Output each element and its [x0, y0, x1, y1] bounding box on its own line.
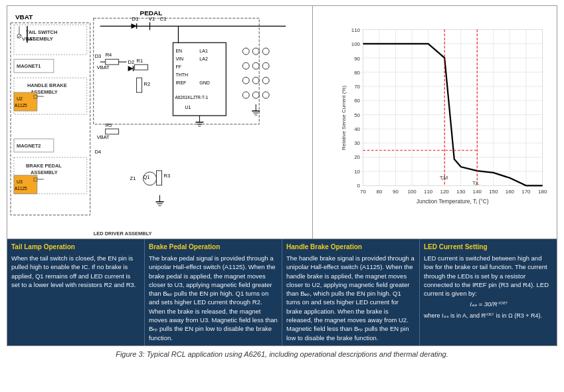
brake-pedal-title: Brake Pedal Operation	[149, 243, 278, 252]
svg-text:30: 30	[354, 140, 360, 146]
top-section: VBAT PEDAL VBAT TAIL SWITCH ASSEMBLY	[7, 5, 557, 239]
svg-rect-102	[363, 30, 542, 186]
svg-text:U2: U2	[17, 96, 23, 101]
svg-text:ASSEMBLY: ASSEMBLY	[31, 169, 58, 175]
svg-text:U3: U3	[17, 179, 23, 184]
tail-lamp-title: Tail Lamp Operation	[11, 243, 140, 252]
svg-text:C1: C1	[160, 16, 167, 22]
svg-text:VBAT: VBAT	[97, 64, 110, 70]
graph-svg: Relative Sense Current (%)	[339, 11, 551, 219]
svg-text:80: 80	[354, 70, 360, 76]
svg-text:V1: V1	[149, 16, 155, 22]
svg-text:D1: D1	[132, 16, 140, 22]
svg-text:LA2: LA2	[199, 56, 208, 61]
tail-lamp-text: When the tail switch is closed, the EN p…	[11, 254, 136, 288]
main-container: VBAT PEDAL VBAT TAIL SWITCH ASSEMBLY	[0, 0, 564, 363]
handle-brake-text: The handle brake signal is provided thro…	[286, 254, 415, 342]
svg-text:40: 40	[354, 126, 360, 132]
svg-text:A1125: A1125	[15, 186, 27, 191]
svg-text:HANDLE BRAKE: HANDLE BRAKE	[27, 82, 67, 88]
svg-text:MAGNET1: MAGNET1	[17, 63, 41, 69]
svg-text:90: 90	[354, 56, 360, 62]
svg-rect-34	[173, 43, 226, 116]
brake-pedal-description: Brake Pedal Operation The brake pedal si…	[145, 239, 282, 345]
svg-text:U1: U1	[185, 105, 191, 110]
svg-text:160: 160	[506, 189, 515, 195]
svg-text:VIN: VIN	[175, 56, 183, 61]
svg-text:LA1: LA1	[199, 49, 208, 53]
svg-text:Z1: Z1	[130, 175, 136, 181]
svg-text:100: 100	[351, 41, 361, 47]
svg-text:Junction Temperature, Tⱼ (°C): Junction Temperature, Tⱼ (°C)	[417, 198, 489, 205]
svg-text:GND: GND	[199, 80, 210, 85]
schematic-svg: VBAT PEDAL VBAT TAIL SWITCH ASSEMBLY	[7, 6, 312, 239]
svg-text:IREF: IREF	[175, 80, 186, 85]
graph-area: Relative Sense Current (%)	[313, 6, 557, 239]
tail-lamp-description: Tail Lamp Operation When the tail switch…	[7, 239, 145, 345]
svg-text:20: 20	[354, 154, 360, 160]
schematic-area: VBAT PEDAL VBAT TAIL SWITCH ASSEMBLY	[7, 6, 313, 239]
svg-text:D2: D2	[128, 59, 135, 65]
svg-text:R1: R1	[137, 58, 143, 64]
svg-text:THTH: THTH	[175, 72, 188, 77]
svg-text:R2: R2	[144, 81, 151, 87]
brake-pedal-text: The brake pedal signal is provided throu…	[149, 254, 278, 342]
svg-text:60: 60	[354, 98, 360, 104]
svg-text:170: 170	[521, 189, 531, 195]
led-formula: Iₐₐ = 30/Rᴵᴼᴱᶠ	[424, 300, 553, 308]
svg-text:R4: R4	[106, 52, 112, 58]
svg-text:130: 130	[456, 189, 466, 195]
svg-text:VBAT: VBAT	[97, 134, 110, 140]
svg-text:D4: D4	[95, 149, 102, 155]
svg-text:R3: R3	[163, 173, 170, 179]
led-formula-note: where Iₐₐ is in A, and Rᴵᴼᴱᶠ is in Ω (R3…	[424, 312, 542, 319]
svg-text:FF: FF	[175, 64, 181, 69]
led-current-description: LED Current Setting LED current is switc…	[420, 239, 557, 345]
svg-text:110: 110	[424, 189, 433, 195]
svg-text:VBAT: VBAT	[15, 13, 33, 21]
svg-text:150: 150	[489, 189, 498, 195]
svg-text:140: 140	[473, 189, 482, 195]
svg-text:R5: R5	[106, 122, 112, 128]
svg-text:90: 90	[393, 189, 399, 195]
svg-text:110: 110	[351, 27, 361, 33]
svg-text:Relative Sense Current (%): Relative Sense Current (%)	[341, 86, 347, 150]
svg-text:70: 70	[354, 84, 360, 90]
svg-text:120: 120	[440, 189, 450, 195]
svg-text:70: 70	[360, 189, 366, 195]
svg-text:180: 180	[538, 189, 547, 195]
svg-text:A6261KLJTR-T-1: A6261KLJTR-T-1	[175, 95, 208, 100]
svg-text:LED DRIVER ASSEMBLY: LED DRIVER ASSEMBLY	[94, 231, 152, 237]
handle-brake-title: Handle Brake Operation	[286, 243, 415, 252]
caption-text: Figure 3: Typical RCL application using …	[116, 350, 448, 358]
svg-text:0: 0	[357, 183, 361, 189]
svg-text:TⱼL: TⱼL	[472, 180, 480, 186]
led-current-text: LED current is switched between high and…	[424, 254, 549, 297]
svg-text:MAGNET2: MAGNET2	[17, 143, 41, 149]
svg-text:BRAKE PEDAL: BRAKE PEDAL	[26, 163, 62, 169]
svg-text:80: 80	[377, 189, 383, 195]
svg-text:TⱼM: TⱼM	[440, 175, 448, 181]
svg-text:TAIL SWITCH: TAIL SWITCH	[26, 29, 57, 35]
description-section: Tail Lamp Operation When the tail switch…	[7, 239, 557, 346]
svg-text:EN: EN	[175, 49, 182, 53]
svg-text:10: 10	[354, 169, 360, 175]
svg-text:D3: D3	[95, 53, 102, 59]
svg-text:100: 100	[407, 189, 417, 195]
handle-brake-description: Handle Brake Operation The handle brake …	[282, 239, 420, 345]
figure-caption: Figure 3: Typical RCL application using …	[7, 350, 557, 358]
svg-text:ASSEMBLY: ASSEMBLY	[26, 36, 53, 42]
led-current-title: LED Current Setting	[424, 243, 553, 252]
svg-text:50: 50	[354, 112, 360, 118]
svg-text:A1125: A1125	[15, 103, 27, 108]
